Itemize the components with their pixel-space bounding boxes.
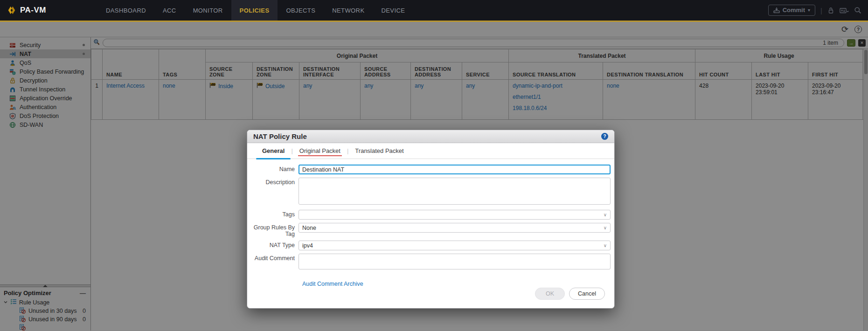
dialog-help-icon[interactable]: ?	[601, 133, 608, 140]
nav-tab-policies[interactable]: POLICIES	[231, 0, 278, 21]
app-title: PA-VM	[20, 6, 46, 15]
nav-tab-dashboard[interactable]: DASHBOARD	[97, 0, 154, 21]
name-label: Name	[247, 165, 299, 172]
audit-comment-archive-link[interactable]: Audit Comment Archive	[302, 281, 363, 287]
paloalto-logo-icon	[7, 5, 17, 15]
commit-label: Commit	[783, 7, 805, 14]
unlock-icon[interactable]	[827, 7, 834, 14]
nav-tab-network[interactable]: NETWORK	[324, 0, 373, 21]
nav-tab-monitor[interactable]: MONITOR	[185, 0, 231, 21]
nat-type-label: NAT Type	[247, 241, 299, 248]
chevron-down-icon: ∨	[604, 243, 607, 248]
tab-general[interactable]: General	[260, 147, 287, 159]
chevron-down-icon: ∨	[604, 212, 607, 217]
global-search-icon[interactable]	[854, 7, 861, 14]
group-rules-by-tag-label: Group Rules By Tag	[247, 223, 299, 237]
page-content: ⟳ ? Security NAT QoS	[0, 22, 868, 331]
name-field[interactable]	[299, 165, 611, 174]
brand: PA-VM	[7, 5, 46, 15]
tags-label: Tags	[247, 210, 299, 218]
group-rules-by-tag-value: None	[302, 225, 316, 231]
dialog-body: Name Description Tags ∨ Group Rules By T…	[247, 159, 614, 288]
main-menu: DASHBOARD ACC MONITOR POLICIES OBJECTS N…	[97, 0, 413, 21]
dialog-titlebar: NAT Policy Rule ?	[247, 130, 614, 143]
accent-gold-line	[0, 21, 868, 22]
config-transfer-icon[interactable]	[840, 7, 849, 14]
tags-select[interactable]: ∨	[299, 210, 611, 220]
commit-caret-icon: ▾	[808, 7, 810, 13]
tab-original-packet[interactable]: Original Packet	[297, 147, 343, 159]
nav-right-tools: Commit ▾ |	[768, 5, 861, 16]
nav-separator: |	[820, 7, 822, 14]
tab-translated-packet[interactable]: Translated Packet	[353, 147, 406, 159]
chevron-down-icon: ∨	[604, 225, 607, 230]
dialog-footer: OK Cancel	[247, 288, 614, 308]
audit-comment-field[interactable]	[299, 254, 611, 269]
commit-button[interactable]: Commit ▾	[768, 5, 815, 16]
nat-type-value: ipv4	[302, 242, 313, 249]
nav-tab-objects[interactable]: OBJECTS	[278, 0, 324, 21]
commit-icon	[773, 7, 780, 14]
dialog-title: NAT Policy Rule	[253, 132, 307, 140]
ok-button[interactable]: OK	[535, 288, 565, 300]
nat-policy-rule-dialog: NAT Policy Rule ? General | Original Pac…	[247, 130, 615, 309]
audit-comment-label: Audit Comment	[247, 254, 299, 262]
description-field[interactable]	[299, 178, 611, 205]
group-rules-by-tag-select[interactable]: None ∨	[299, 223, 611, 233]
nav-tab-device[interactable]: DEVICE	[373, 0, 413, 21]
nav-tab-acc[interactable]: ACC	[154, 0, 185, 21]
tab-separator: |	[287, 147, 297, 159]
tab-separator: |	[343, 147, 353, 159]
cancel-button[interactable]: Cancel	[569, 288, 605, 300]
dialog-tabs: General | Original Packet | Translated P…	[247, 143, 614, 159]
top-nav: PA-VM DASHBOARD ACC MONITOR POLICIES OBJ…	[0, 0, 868, 21]
description-label: Description	[247, 178, 299, 186]
nat-type-select[interactable]: ipv4 ∨	[299, 241, 611, 250]
